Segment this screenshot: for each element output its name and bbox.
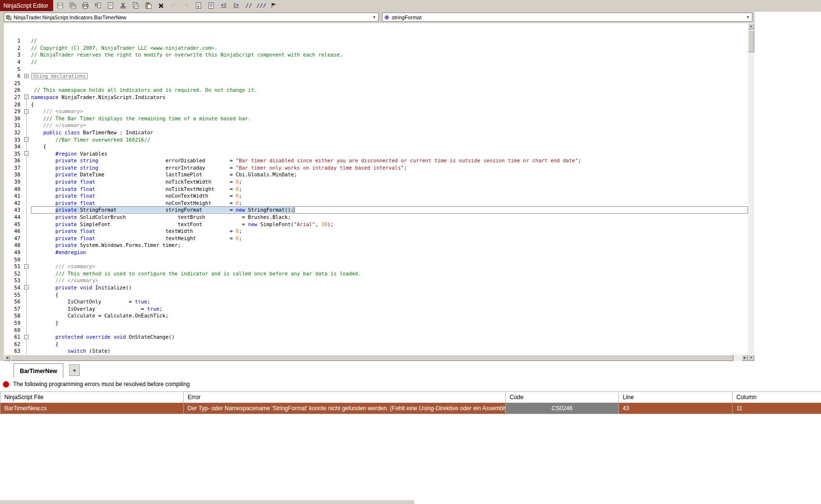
code-line-39[interactable]: 39 private float noTickTextWidth = 0;	[4, 178, 748, 186]
code-editor[interactable]: 1//2// Copyright (C) 2007, NinjaTrader L…	[4, 23, 748, 355]
code-line-63[interactable]: 63 switch (State)	[4, 347, 748, 355]
collapse-fold-icon[interactable]: -	[24, 109, 29, 114]
page-setup-button[interactable]	[105, 1, 116, 11]
indent-button[interactable]	[231, 1, 242, 11]
code-line-41[interactable]: 41 private float noConTextWidth = 0;	[4, 192, 748, 200]
code-line-57[interactable]: 57 IsOverlay = true;	[4, 305, 748, 313]
code-line-4[interactable]: 4//	[4, 58, 748, 66]
code-line-45[interactable]: 45 private SimpleFont textFont = new Sim…	[4, 221, 748, 228]
print-preview-button[interactable]	[93, 1, 103, 11]
redo-button[interactable]: ↷	[181, 1, 191, 11]
code-line-2[interactable]: 2// Copyright (C) 2007, NinjaTrader LLC …	[4, 44, 748, 52]
horizontal-scroll-thumb[interactable]	[11, 355, 733, 361]
scroll-down-button[interactable]: ▼	[748, 355, 754, 361]
uncomment-selection-button[interactable]: ///	[256, 1, 267, 11]
code-line-28[interactable]: 28{	[4, 101, 748, 108]
column-header-line[interactable]: Line	[619, 392, 733, 403]
code-line-40[interactable]: 40 private float noTickTextHeight = 0;	[4, 186, 748, 193]
code-line-37[interactable]: 37 private string errorIntraday = "Bar t…	[4, 164, 748, 172]
comment-selection-button[interactable]: //	[244, 1, 254, 11]
code-line-32[interactable]: 32 public class BarTimerNew : Indicator	[4, 129, 748, 136]
collapse-fold-icon[interactable]: -	[24, 137, 29, 142]
column-header-code[interactable]: Code	[506, 392, 619, 403]
chevron-down-icon[interactable]: ▼	[744, 15, 752, 19]
code-line-30[interactable]: 30 /// The Bar Timer displays the remain…	[4, 115, 748, 122]
print-button[interactable]	[80, 1, 91, 11]
collapse-fold-icon[interactable]: -	[24, 95, 29, 99]
tab-bartimernew[interactable]: BarTimerNew	[14, 363, 63, 378]
line-number: 57	[4, 305, 23, 313]
expand-fold-icon[interactable]: +	[24, 74, 29, 78]
vertical-scrollbar[interactable]: ▲ ▼	[748, 23, 754, 361]
script-dropdown[interactable]: NinjaTrader.NinjaScript.Indicators.BarTi…	[4, 13, 379, 22]
code-line-6[interactable]: 6+Using declarations	[4, 72, 748, 80]
scroll-up-button[interactable]: ▲	[748, 23, 754, 29]
compile-button[interactable]	[269, 1, 279, 11]
code-line-3[interactable]: 3// NinjaTrader reserves the right to mo…	[4, 51, 748, 58]
collapse-fold-icon[interactable]: -	[24, 285, 29, 289]
code-line-27[interactable]: 27-namespace NinjaTrader.NinjaScript.Ind…	[4, 94, 748, 101]
save-button[interactable]	[55, 1, 66, 11]
column-header-file[interactable]: NinjaScript File	[0, 392, 184, 403]
collapse-fold-icon[interactable]: -	[24, 264, 29, 269]
code-text: //	[31, 58, 748, 66]
find-icon	[195, 2, 202, 9]
chevron-down-icon[interactable]: ▼	[370, 15, 378, 19]
code-line-55[interactable]: 55 {	[4, 291, 748, 299]
column-header-column[interactable]: Column	[733, 392, 821, 403]
code-text: protected override void OnStateChange()	[31, 333, 748, 341]
scroll-left-button[interactable]: ◀	[4, 355, 10, 361]
find-button[interactable]	[193, 1, 204, 11]
code-line-46[interactable]: 46 private float textWidth = 0;	[4, 228, 748, 235]
code-line-34[interactable]: 34 {	[4, 143, 748, 150]
code-text: //	[31, 37, 748, 44]
cut-button[interactable]	[118, 1, 129, 11]
code-line-47[interactable]: 47 private float textHeight = 0;	[4, 235, 748, 242]
undo-button[interactable]: ↶	[168, 1, 179, 11]
code-line-38[interactable]: 38 private DateTime lastTimePlot = Cbi.G…	[4, 171, 748, 178]
code-line-42[interactable]: 42 private float noConTextHeight = 0;	[4, 200, 748, 207]
column-header-error[interactable]: Error	[184, 392, 506, 403]
code-line-49[interactable]: 49 #endregion	[4, 249, 748, 256]
collapse-fold-icon[interactable]: -	[24, 335, 29, 339]
code-line-29[interactable]: 29- /// <summary>	[4, 108, 748, 115]
code-line-48[interactable]: 48 private System.Windows.Forms.Timer ti…	[4, 242, 748, 249]
error-row[interactable]: BarTimerNew.cs Der Typ- oder Namespacena…	[0, 403, 821, 414]
code-line-36[interactable]: 36 private string errorDisabled = "Bar t…	[4, 157, 748, 164]
code-line-35[interactable]: 35- #region Variables	[4, 150, 748, 158]
code-line-50[interactable]: 50	[4, 256, 748, 263]
code-line-43[interactable]: 43 private StringFormat stringFormat = n…	[4, 206, 748, 214]
save-all-button[interactable]	[68, 1, 78, 11]
paste-button[interactable]	[143, 1, 154, 11]
code-line-56[interactable]: 56 IsChartOnly = true;	[4, 298, 748, 305]
outdent-button[interactable]	[219, 1, 229, 11]
code-line-26[interactable]: 26 // This namespace holds all indicator…	[4, 86, 748, 94]
collapse-fold-icon[interactable]: -	[24, 151, 29, 156]
code-line-33[interactable]: 33- //Bar Timer overworked 160216//	[4, 136, 748, 144]
code-line-5[interactable]: 5	[4, 66, 748, 73]
code-line-31[interactable]: 31 /// </summary>	[4, 122, 748, 129]
delete-button[interactable]	[156, 1, 166, 11]
member-dropdown[interactable]: stringFormat ▼	[382, 13, 752, 22]
copy-button[interactable]	[131, 1, 141, 11]
code-line-51[interactable]: 51- /// <summary>	[4, 263, 748, 270]
code-line-61[interactable]: 61- protected override void OnStateChang…	[4, 333, 748, 341]
code-line-62[interactable]: 62 {	[4, 341, 748, 348]
line-number: 50	[4, 256, 23, 263]
code-line-58[interactable]: 58 Calculate = Calculate.OnEachTick;	[4, 312, 748, 319]
code-line-44[interactable]: 44 private SolidColorBrush textBrush = B…	[4, 214, 748, 221]
redo-icon: ↷	[183, 2, 189, 9]
code-line-52[interactable]: 52 /// This method is used to configure …	[4, 270, 748, 277]
horizontal-scrollbar[interactable]: ◀ ▶	[4, 355, 748, 361]
scroll-right-button[interactable]: ▶	[742, 355, 748, 361]
replace-button[interactable]	[206, 1, 217, 11]
code-line-25[interactable]: 25	[4, 80, 748, 87]
code-line-60[interactable]: 60	[4, 327, 748, 334]
code-line-59[interactable]: 59 }	[4, 319, 748, 327]
add-tab-button[interactable]: +	[69, 364, 80, 376]
code-line-53[interactable]: 53 /// </summary>	[4, 277, 748, 284]
vertical-scroll-thumb[interactable]	[748, 30, 754, 52]
fold-margin	[23, 122, 31, 129]
code-line-1[interactable]: 1//	[4, 37, 748, 44]
code-line-54[interactable]: 54- private void Initialize()	[4, 284, 748, 291]
